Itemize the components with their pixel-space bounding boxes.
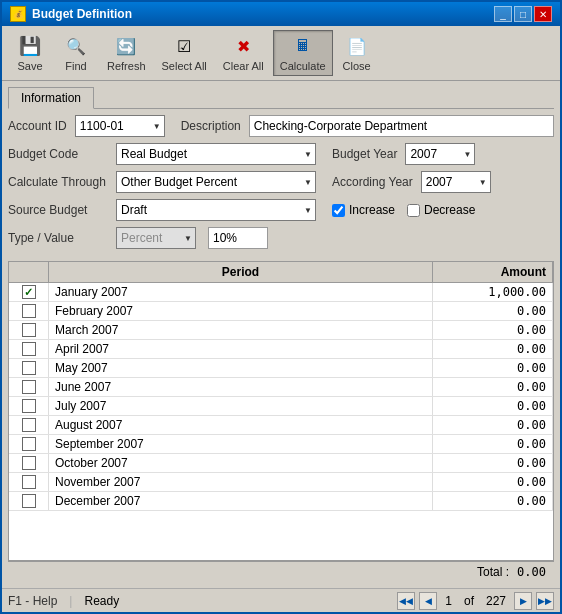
source-budget-wrapper[interactable]: Draft [116,199,316,221]
amount-cell: 0.00 [433,397,553,415]
row-checkbox-cell[interactable] [9,359,49,377]
content-area: Information Account ID 1100-01 Descripti… [2,81,560,588]
row-checkbox[interactable] [22,475,36,489]
calculate-label: Calculate [280,60,326,72]
row-checkbox-cell[interactable] [9,454,49,472]
account-id-select[interactable]: 1100-01 [75,115,165,137]
row-checkbox[interactable] [22,399,36,413]
calculate-through-select[interactable]: Other Budget Percent [116,171,316,193]
period-cell: January 2007 [49,283,433,301]
amount-cell: 1,000.00 [433,283,553,301]
calculate-button[interactable]: 🖩 Calculate [273,30,333,76]
select-all-button[interactable]: ☑ Select All [155,30,214,76]
increase-checkbox[interactable] [332,204,345,217]
source-budget-select[interactable]: Draft [116,199,316,221]
nav-next-button[interactable]: ▶ [514,592,532,610]
row-checkbox[interactable] [22,418,36,432]
row-checkbox-cell[interactable] [9,416,49,434]
row-checkbox-cell[interactable] [9,321,49,339]
period-cell: July 2007 [49,397,433,415]
amount-cell: 0.00 [433,435,553,453]
total-label: Total : [477,565,509,579]
budget-code-select[interactable]: Real Budget [116,143,316,165]
type-value-row: Type / Value Percent [8,227,554,249]
type-wrapper[interactable]: Percent [116,227,196,249]
budget-year-wrapper[interactable]: 2007 [405,143,475,165]
table-row[interactable]: June 20070.00 [9,378,553,397]
table-row[interactable]: March 20070.00 [9,321,553,340]
period-grid[interactable]: Period Amount ✓January 20071,000.00Febru… [8,261,554,561]
close-label: Close [343,60,371,72]
row-checkbox-cell[interactable] [9,340,49,358]
table-row[interactable]: ✓January 20071,000.00 [9,283,553,302]
row-checkbox[interactable] [22,323,36,337]
table-row[interactable]: October 20070.00 [9,454,553,473]
row-checkbox-cell[interactable] [9,435,49,453]
find-label: Find [65,60,86,72]
table-row[interactable]: May 20070.00 [9,359,553,378]
amount-cell: 0.00 [433,340,553,358]
row-checkbox-cell[interactable] [9,397,49,415]
minimize-button[interactable]: _ [494,6,512,22]
row-checkbox-cell[interactable] [9,473,49,491]
table-row[interactable]: February 20070.00 [9,302,553,321]
row-checkbox-cell[interactable] [9,378,49,396]
decrease-checkbox-label[interactable]: Decrease [407,203,475,217]
window-icon: 💰 [10,6,26,22]
decrease-checkbox[interactable] [407,204,420,217]
maximize-button[interactable]: □ [514,6,532,22]
row-checkbox[interactable] [22,380,36,394]
nav-first-button[interactable]: ◀◀ [397,592,415,610]
tab-information[interactable]: Information [8,87,94,109]
row-checkbox-cell[interactable] [9,492,49,510]
nav-total-pages: 227 [486,594,506,608]
row-checkbox[interactable] [22,361,36,375]
according-year-label: According Year [332,175,413,189]
increase-label: Increase [349,203,395,217]
according-year-select[interactable]: 2007 [421,171,491,193]
row-checkbox-cell[interactable] [9,302,49,320]
calculate-through-wrapper[interactable]: Other Budget Percent [116,171,316,193]
nav-prev-button[interactable]: ◀ [419,592,437,610]
check-column-header [9,262,49,282]
row-checkbox[interactable]: ✓ [22,285,36,299]
close-icon: 📄 [345,34,369,58]
row-checkbox[interactable] [22,342,36,356]
close-button[interactable]: 📄 Close [335,30,379,76]
clear-all-button[interactable]: ✖ Clear All [216,30,271,76]
row-checkbox[interactable] [22,494,36,508]
source-budget-row: Source Budget Draft Increase Decrease [8,199,554,221]
amount-cell: 0.00 [433,492,553,510]
table-row[interactable]: November 20070.00 [9,473,553,492]
row-checkbox[interactable] [22,456,36,470]
account-id-wrapper[interactable]: 1100-01 [75,115,165,137]
budget-year-select[interactable]: 2007 [405,143,475,165]
find-icon: 🔍 [64,34,88,58]
table-row[interactable]: July 20070.00 [9,397,553,416]
value-input[interactable] [208,227,268,249]
table-row[interactable]: August 20070.00 [9,416,553,435]
amount-cell: 0.00 [433,473,553,491]
budget-code-wrapper[interactable]: Real Budget [116,143,316,165]
table-row[interactable]: September 20070.00 [9,435,553,454]
increase-checkbox-label[interactable]: Increase [332,203,395,217]
nav-last-button[interactable]: ▶▶ [536,592,554,610]
refresh-button[interactable]: 🔄 Refresh [100,30,153,76]
amount-cell: 0.00 [433,302,553,320]
window-close-button[interactable]: ✕ [534,6,552,22]
table-row[interactable]: April 20070.00 [9,340,553,359]
description-input[interactable] [249,115,554,137]
according-year-wrapper[interactable]: 2007 [421,171,491,193]
row-checkbox-cell[interactable]: ✓ [9,283,49,301]
save-label: Save [17,60,42,72]
find-button[interactable]: 🔍 Find [54,30,98,76]
amount-cell: 0.00 [433,416,553,434]
calculate-through-row: Calculate Through Other Budget Percent A… [8,171,554,193]
form-panel: Account ID 1100-01 Description Budget Co… [8,115,554,255]
row-checkbox[interactable] [22,437,36,451]
row-checkbox[interactable] [22,304,36,318]
type-select[interactable]: Percent [116,227,196,249]
period-cell: March 2007 [49,321,433,339]
save-button[interactable]: 💾 Save [8,30,52,76]
table-row[interactable]: December 20070.00 [9,492,553,511]
